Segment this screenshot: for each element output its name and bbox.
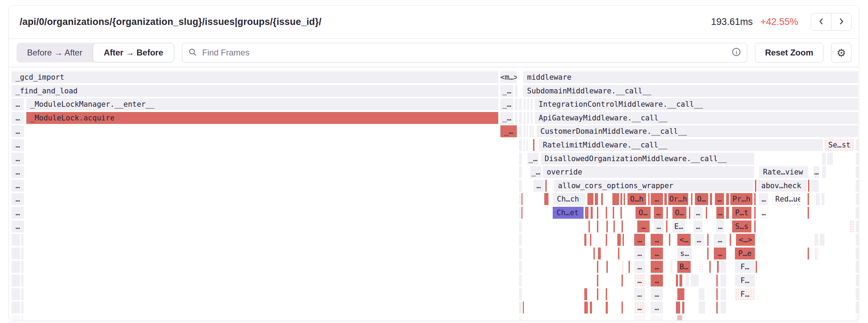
flame-frame-sliver[interactable]	[856, 248, 859, 259]
flame-frame-sliver[interactable]	[524, 139, 525, 151]
flame-frame[interactable]: …	[634, 248, 645, 259]
flame-frame[interactable]: ApiGatewayMiddleware.__call__	[535, 112, 858, 124]
flame-frame-sliver[interactable]	[21, 302, 24, 314]
flame-frame-sliver[interactable]	[526, 139, 528, 151]
flame-frame-sliver[interactable]	[12, 315, 20, 320]
flame-frame-sliver[interactable]	[585, 207, 588, 219]
flame-frame-sliver[interactable]	[519, 248, 522, 259]
flame-frame-sliver[interactable]	[597, 288, 598, 300]
flame-frame-sliver[interactable]	[716, 288, 718, 300]
find-frames-input[interactable]	[202, 47, 727, 58]
flame-frame[interactable]: …	[634, 234, 645, 246]
flame-frame-sliver[interactable]	[699, 261, 704, 273]
flame-frame-sliver[interactable]	[519, 193, 521, 205]
flame-frame[interactable]: allow_cors_options_wrapper	[554, 180, 754, 192]
flame-frame-sliver[interactable]	[710, 193, 712, 205]
flame-frame-sliver[interactable]	[521, 193, 522, 205]
flame-frame-sliver[interactable]	[856, 220, 859, 232]
flame-frame-sliver[interactable]	[822, 193, 824, 205]
flame-frame-sliver[interactable]	[808, 193, 809, 205]
flame-frame-sliver[interactable]	[676, 302, 680, 314]
flame-frame-sliver[interactable]	[691, 275, 699, 286]
flame-frame[interactable]: …	[759, 193, 768, 205]
flame-frame-sliver[interactable]	[606, 234, 607, 246]
flame-frame-sliver[interactable]	[677, 288, 684, 300]
flame-frame-sliver[interactable]	[590, 302, 592, 314]
flame-frame-sliver[interactable]	[593, 248, 595, 259]
flame-frame-sliver[interactable]	[21, 315, 24, 320]
flame-frame-sliver[interactable]	[671, 261, 672, 273]
flame-frame-sliver[interactable]	[515, 112, 518, 124]
flame-frame[interactable]: …	[634, 288, 645, 300]
flame-frame-sliver[interactable]	[716, 275, 718, 286]
flame-frame-sliver[interactable]	[606, 288, 607, 300]
flame-frame-sliver[interactable]	[597, 207, 598, 219]
flame-frame-sliver[interactable]	[601, 193, 603, 205]
settings-button[interactable]: ⚙	[831, 43, 851, 62]
flame-frame-sliver[interactable]	[754, 193, 756, 205]
flame-frame[interactable]: DisallowedOrganizationMiddleware.__call_…	[541, 153, 754, 165]
flame-frame[interactable]: …	[651, 234, 663, 246]
flame-frame-sliver[interactable]	[820, 234, 824, 246]
flame-frame[interactable]: _gcd_import	[12, 71, 498, 83]
flame-frame[interactable]: S…s	[732, 220, 751, 232]
flame-frame[interactable]: _…	[500, 98, 513, 110]
flame-frame[interactable]: middleware	[523, 71, 858, 83]
flame-frame-sliver[interactable]	[822, 153, 826, 165]
flame-frame-sliver[interactable]	[629, 261, 630, 273]
flame-frame-sliver[interactable]	[527, 98, 529, 110]
flame-frame-sliver[interactable]	[721, 275, 726, 286]
flame-frame-sliver[interactable]	[691, 193, 692, 205]
flame-frame[interactable]: O…	[695, 193, 708, 205]
flame-frame-sliver[interactable]	[21, 275, 24, 286]
flame-frame-sliver[interactable]	[597, 275, 598, 286]
flame-frame[interactable]: Ch…ch	[553, 193, 585, 205]
flame-frame-sliver[interactable]	[606, 207, 607, 219]
flame-frame-sliver[interactable]	[689, 207, 690, 219]
flame-frame-sliver[interactable]	[21, 261, 24, 273]
flame-frame[interactable]: _ModuleLock.acquire	[26, 112, 498, 124]
flame-frame[interactable]: abov…heck	[757, 180, 807, 192]
flame-frame[interactable]: <m…>	[500, 71, 517, 83]
flame-frame[interactable]: _…	[500, 112, 513, 124]
flame-frame[interactable]: B…	[677, 261, 691, 273]
flame-frame[interactable]: …	[12, 193, 24, 205]
flame-frame-sliver[interactable]	[584, 288, 587, 300]
flame-frame[interactable]: O…	[672, 207, 686, 219]
flame-frame-sliver[interactable]	[519, 98, 522, 110]
flame-frame-sliver[interactable]	[588, 220, 590, 232]
flame-frame[interactable]: …	[533, 180, 544, 192]
flame-frame[interactable]: …	[12, 98, 24, 110]
flame-frame-sliver[interactable]	[519, 220, 522, 232]
flame-frame-sliver[interactable]	[530, 125, 532, 137]
flame-frame-sliver[interactable]	[597, 261, 598, 273]
flame-frame[interactable]: override	[543, 166, 754, 178]
flame-frame[interactable]: …	[714, 248, 726, 259]
flame-frame-sliver[interactable]	[634, 315, 645, 320]
flame-frame[interactable]: _…	[530, 166, 541, 178]
find-frames-searchbox[interactable]	[182, 43, 747, 62]
flame-frame[interactable]: Pr…h	[730, 193, 752, 205]
flame-frame[interactable]: …	[715, 193, 724, 205]
flame-frame-sliver[interactable]	[622, 302, 623, 314]
flame-frame[interactable]: E…	[672, 220, 685, 232]
flame-frame-sliver[interactable]	[12, 248, 20, 259]
flame-frame[interactable]: …	[634, 275, 645, 286]
flame-frame[interactable]: …	[637, 220, 650, 232]
flame-frame[interactable]: …	[12, 166, 24, 178]
flame-frame-sliver[interactable]	[613, 207, 614, 219]
flame-frame-sliver[interactable]	[754, 220, 756, 232]
flame-frame-sliver[interactable]	[726, 193, 729, 205]
flame-frame-sliver[interactable]	[519, 139, 522, 151]
flame-frame[interactable]: F…	[735, 288, 755, 300]
flame-frame-sliver[interactable]	[827, 153, 833, 165]
flame-frame-sliver[interactable]	[721, 288, 726, 300]
flame-frame-sliver[interactable]	[856, 275, 859, 286]
flame-frame-sliver[interactable]	[584, 302, 588, 314]
flame-frame-sliver[interactable]	[613, 220, 615, 232]
flame-frame-sliver[interactable]	[721, 261, 726, 273]
flame-frame[interactable]: …	[651, 248, 663, 259]
flame-frame-sliver[interactable]	[515, 98, 518, 110]
flame-frame[interactable]: …	[12, 220, 24, 232]
flame-frame[interactable]: IntegrationControlMiddleware.__call__	[535, 98, 858, 110]
